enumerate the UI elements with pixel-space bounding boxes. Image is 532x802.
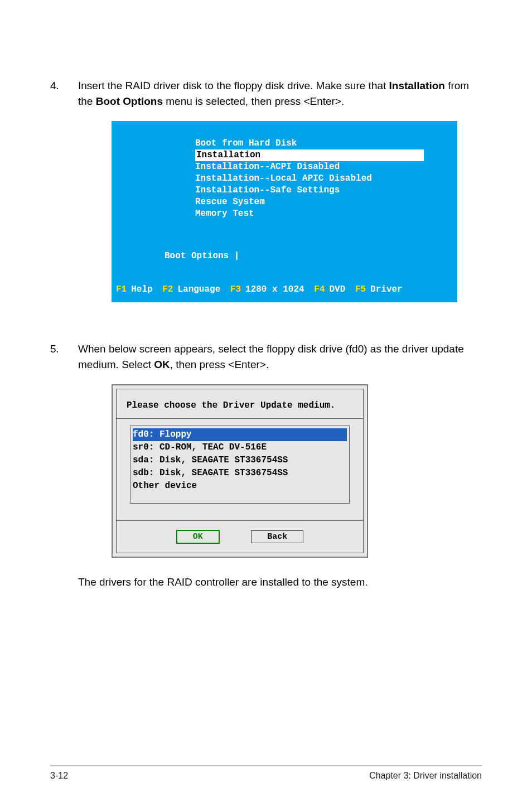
boot-item-rescue-system[interactable]: Rescue System (195, 196, 435, 208)
step-5: 5. When below screen appears, select the… (50, 341, 482, 372)
fkey-f1[interactable]: F1 (116, 284, 127, 294)
dialog-list: fd0: Floppy sr0: CD-ROM, TEAC DV-516E sd… (130, 426, 350, 504)
dialog-item-other[interactable]: Other device (133, 480, 347, 492)
fkey-f3-label: 1280 x 1024 (245, 284, 304, 294)
step-5-number: 5. (50, 341, 78, 372)
dialog-item-sdb[interactable]: sdb: Disk, SEAGATE ST336754SS (133, 467, 347, 480)
fkey-f5[interactable]: F5 (355, 284, 366, 294)
driver-update-dialog-screenshot: Please choose the Driver Update medium. … (112, 384, 368, 558)
driver-update-dialog: Please choose the Driver Update medium. … (116, 389, 364, 553)
step-4-number: 4. (50, 78, 78, 109)
dialog-buttons: OK Back (117, 520, 363, 553)
fkey-f4-label: DVD (329, 284, 345, 294)
boot-menu: Boot from Hard Disk Installation Install… (112, 138, 457, 220)
boot-item-safe-settings[interactable]: Installation--Safe Settings (195, 185, 435, 196)
boot-options-input[interactable]: Boot Options | (112, 250, 457, 262)
dialog-item-sda[interactable]: sda: Disk, SEAGATE ST336754SS (133, 454, 347, 467)
ok-button[interactable]: OK (176, 530, 220, 544)
boot-item-memory-test[interactable]: Memory Test (195, 208, 435, 220)
boot-function-keys: F1Help F2Language F31280 x 1024 F4DVD F5… (112, 284, 457, 298)
final-paragraph: The drivers for the RAID controller are … (78, 574, 482, 590)
step-5-text: When below screen appears, select the fl… (78, 341, 482, 372)
fkey-f4[interactable]: F4 (314, 284, 325, 294)
fkey-f5-label: Driver (370, 284, 403, 294)
back-button[interactable]: Back (251, 530, 303, 543)
step4-bold2: Boot Options (96, 95, 163, 107)
footer-page-number: 3-12 (50, 771, 68, 781)
dialog-title: Please choose the Driver Update medium. (117, 389, 363, 419)
step5-post: , then press <Enter>. (170, 359, 269, 370)
fkey-f3[interactable]: F3 (230, 284, 241, 294)
fkey-f2-label: Language (177, 284, 220, 294)
step5-bold: OK (154, 359, 170, 370)
boot-screen: Boot from Hard Disk Installation Install… (112, 121, 457, 302)
footer-chapter: Chapter 3: Driver installation (369, 771, 482, 781)
step4-pre: Insert the RAID driver disk to the flopp… (78, 80, 389, 91)
step5-pre: When below screen appears, select the fl… (78, 343, 464, 370)
step-4: 4. Insert the RAID driver disk to the fl… (50, 78, 482, 109)
fkey-f1-label: Help (131, 284, 152, 294)
step4-bold1: Installation (389, 80, 445, 91)
fkey-f2[interactable]: F2 (162, 284, 173, 294)
step4-post: menu is selected, then press <Enter>. (163, 95, 344, 107)
page-footer: 3-12 Chapter 3: Driver installation (50, 765, 482, 781)
boot-item-acpi-disabled[interactable]: Installation--ACPI Disabled (195, 161, 435, 173)
dialog-item-sr0[interactable]: sr0: CD-ROM, TEAC DV-516E (133, 441, 347, 454)
boot-screenshot: Boot from Hard Disk Installation Install… (112, 121, 457, 302)
boot-item-local-apic-disabled[interactable]: Installation--Local APIC Disabled (195, 173, 435, 185)
boot-item-installation[interactable]: Installation (195, 149, 424, 161)
step-4-text: Insert the RAID driver disk to the flopp… (78, 78, 482, 109)
dialog-item-fd0[interactable]: fd0: Floppy (133, 428, 347, 441)
boot-item-hard-disk[interactable]: Boot from Hard Disk (195, 138, 435, 149)
